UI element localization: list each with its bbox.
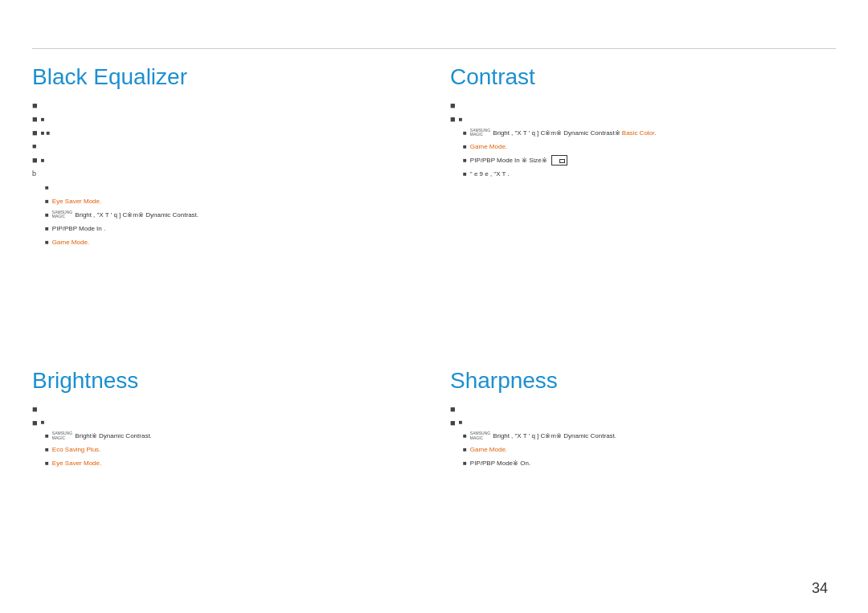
bullet-icon: ■ xyxy=(41,157,45,164)
row-text: Game Mode. xyxy=(470,446,507,453)
samsung-magic-label: SAMSUNGMAGIC xyxy=(470,129,490,137)
bright-label: Bright xyxy=(493,432,510,439)
bullet-icon: ■ xyxy=(32,114,38,124)
sub-bullet-icon: ■ xyxy=(463,143,467,150)
samsung-magic-label: SAMSUNGMAGIC xyxy=(52,431,72,440)
bullet-icon: ■ xyxy=(41,129,45,137)
section-sharpness: Sharpness ■ ■ ■ ■ SAMSUNGMAGIC Bright , … xyxy=(450,352,836,574)
sub-bullet-icon: ■ xyxy=(45,446,49,453)
bullet-icon: ■ xyxy=(41,116,45,123)
section-contrast: Contrast ■ ■ ■ ■ SAMSUNGMAGIC Bright , "… xyxy=(450,56,836,352)
sub-bullet-icon: ■ xyxy=(45,198,49,205)
bullet-icon: ■ xyxy=(32,404,38,414)
list-item: ■ Game Mode. xyxy=(32,236,418,247)
options-text: , "X T ' q ] C※m※ Dynamic Contrast※ xyxy=(511,129,620,137)
list-item: ■ SAMSUNGMAGIC Bright※ Dynamic Contrast. xyxy=(32,431,418,442)
section-title-contrast: Contrast xyxy=(450,64,836,90)
sub-bullet-icon: ■ xyxy=(463,170,467,178)
eye-saver-mode-text: Eye Saver Mode. xyxy=(52,198,101,205)
list-item: ■ xyxy=(32,100,418,111)
samsung-magic-label: SAMSUNGMAGIC xyxy=(52,210,72,219)
bright-label: Bright xyxy=(493,129,510,137)
sub-bullet-icon: ■ xyxy=(463,460,467,467)
row-text: Eco Saving Plus. xyxy=(52,446,100,453)
options-text: , "X T ' q ] C※m※ Dynamic Contrast. xyxy=(511,432,616,439)
row-text: Eye Saver Mode. xyxy=(52,460,101,467)
bright-label: Bright xyxy=(75,211,92,219)
sub-bullet-icon: ■ xyxy=(463,129,467,137)
list-item: ■ ■ xyxy=(32,113,418,125)
bullet-icon: ■ xyxy=(450,404,456,414)
bullet-icon: ■ xyxy=(450,114,456,124)
list-item: ■ xyxy=(450,403,836,415)
sub-bullet-icon: ■ xyxy=(45,239,49,246)
bullet-icon: ■ xyxy=(32,418,38,427)
content-area: Black Equalizer ■ ■ ■ ■ ■ ■ ■ ■ ■ b ■ ■ xyxy=(32,56,836,573)
row-text: PIP/PBP Mode In . xyxy=(52,225,105,232)
samsung-magic-label: SAMSUNGMAGIC xyxy=(470,431,490,440)
page-number: 34 xyxy=(812,580,828,597)
sub-bullet-icon: ■ xyxy=(463,446,467,453)
list-item: ■ PIP/PBP Mode In . xyxy=(32,223,418,234)
sub-bullet-icon: ■ xyxy=(45,184,49,191)
game-mode-text: Game Mode. xyxy=(470,446,507,453)
game-mode-text: Game Mode. xyxy=(52,239,89,246)
bullet-icon: ■ xyxy=(32,128,38,137)
options-text: , "X T ' q ] C※m※ Dynamic Contrast. xyxy=(93,211,199,219)
pip-in-text: In . xyxy=(96,225,105,232)
section-brightness: Brightness ■ ■ ■ ■ SAMSUNGMAGIC Bright※ … xyxy=(32,352,418,574)
section-title-black-equalizer: Black Equalizer xyxy=(32,64,418,90)
encode-text: " e 9 e , "X T . xyxy=(470,170,510,178)
basic-color-text: Basic Color. xyxy=(622,129,657,137)
row-text: SAMSUNGMAGIC Bright , "X T ' q ] C※m※ Dy… xyxy=(470,129,657,137)
row-text: PIP/PBP Mode※ On. xyxy=(470,460,530,467)
row-text: PIP/PBP Mode In ※ Size※ xyxy=(470,155,567,166)
list-item: ■ SAMSUNGMAGIC Bright , "X T ' q ] C※m※ … xyxy=(450,127,836,138)
bullet-icon: ■ xyxy=(450,100,456,110)
bullet-icon: ■ xyxy=(41,419,45,426)
bullet-icon: ■ xyxy=(32,100,38,110)
sub-bullet-icon: ■ xyxy=(45,460,49,467)
section-title-sharpness: Sharpness xyxy=(450,368,836,394)
row-text: Game Mode. xyxy=(52,239,89,246)
bright-label: Bright※ xyxy=(75,432,97,439)
row-text: Game Mode. xyxy=(470,143,507,150)
bullet-icon: ■ xyxy=(459,116,463,123)
list-item: ■ ■ xyxy=(450,113,836,125)
dynamic-contrast-text: Dynamic Contrast. xyxy=(99,432,152,439)
list-item: ■ ■ xyxy=(450,417,836,428)
list-item: ■ xyxy=(32,182,418,193)
list-item: ■ PIP/PBP Mode In ※ Size※ xyxy=(450,154,836,166)
row-text: " e 9 e , "X T . xyxy=(470,170,510,178)
list-item: ■ " e 9 e , "X T . xyxy=(450,168,836,179)
list-item: ■ xyxy=(450,100,836,111)
list-item: ■ ■ xyxy=(32,417,418,428)
eco-saving-text: Eco Saving Plus. xyxy=(52,446,100,453)
bullet-icon: ■ xyxy=(450,418,456,427)
list-item: b xyxy=(32,168,418,179)
sub-bullet-icon: ■ xyxy=(45,211,49,219)
game-mode-text: Game Mode. xyxy=(470,143,507,150)
list-item: ■ PIP/PBP Mode※ On. xyxy=(450,458,836,469)
eye-saver-mode-text: Eye Saver Mode. xyxy=(52,460,101,467)
bullet-icon: ■ xyxy=(47,129,51,137)
list-item: ■ SAMSUNGMAGIC Bright , "X T ' q ] C※m※ … xyxy=(32,209,418,220)
list-item: ■ xyxy=(32,141,418,152)
pip-on-text: PIP/PBP Mode※ On. xyxy=(470,460,530,467)
pip-icon xyxy=(551,155,567,166)
row-text: SAMSUNGMAGIC Bright , "X T ' q ] C※m※ Dy… xyxy=(52,210,199,219)
list-item: ■ Eye Saver Mode. xyxy=(32,458,418,469)
list-item: ■ SAMSUNGMAGIC Bright , "X T ' q ] C※m※ … xyxy=(450,431,836,442)
row-text: SAMSUNGMAGIC Bright , "X T ' q ] C※m※ Dy… xyxy=(470,431,616,440)
list-item: ■ xyxy=(32,403,418,415)
bullet-icon: ■ xyxy=(32,155,38,165)
row-text: Eye Saver Mode. xyxy=(52,198,101,205)
pip-pbp-mode-text: PIP/PBP Mode xyxy=(470,157,513,164)
bullet-icon: ■ xyxy=(32,142,36,150)
pip-pbp-text: PIP/PBP Mode xyxy=(52,225,95,232)
sub-bullet-icon: ■ xyxy=(45,432,49,439)
sub-bullet-icon: ■ xyxy=(463,432,467,439)
sub-bullet-icon: ■ xyxy=(463,157,467,164)
list-item: ■ Eco Saving Plus. xyxy=(32,444,418,456)
bullet-icon: b xyxy=(32,170,36,178)
